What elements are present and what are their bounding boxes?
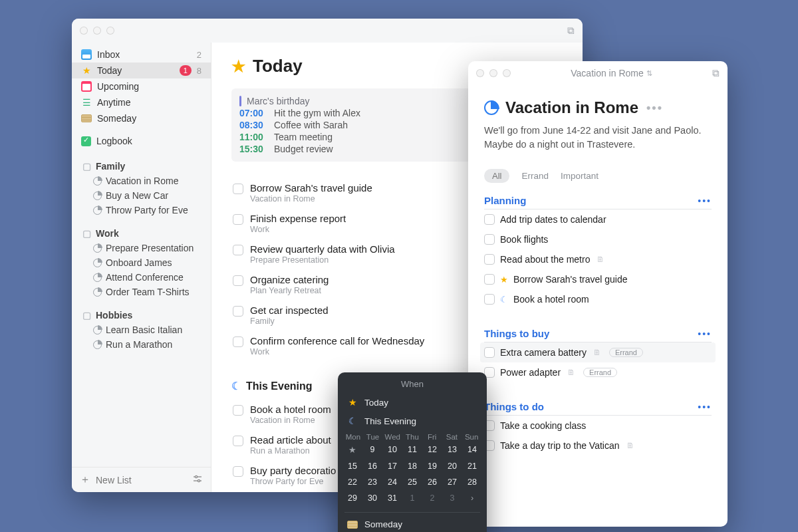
checkbox[interactable] <box>233 184 243 194</box>
sidebar-area-family[interactable]: ▢Family <box>72 154 211 174</box>
sidebar-project[interactable]: Onboard James <box>72 255 211 270</box>
calendar-day[interactable]: 24 <box>383 475 402 489</box>
calendar-day[interactable]: 29 <box>343 491 362 505</box>
new-window-icon[interactable]: ⧉ <box>567 25 575 37</box>
calendar-day[interactable]: 21 <box>463 459 481 473</box>
checkbox[interactable] <box>233 214 243 225</box>
sidebar-area-hobbies[interactable]: ▢Hobbies <box>72 303 211 323</box>
calendar-day[interactable]: 14 <box>463 442 481 458</box>
checkbox[interactable] <box>484 214 495 225</box>
calendar-day[interactable]: 10 <box>383 442 402 458</box>
project-task[interactable]: Book flights <box>484 229 712 249</box>
calendar-day[interactable]: 18 <box>403 459 422 473</box>
sidebar-project[interactable]: Buy a New Car <box>72 188 211 203</box>
sidebar-project[interactable]: Order Team T-Shirts <box>72 285 211 299</box>
plus-icon[interactable]: ＋ <box>80 473 90 487</box>
checkbox[interactable] <box>484 294 495 305</box>
sidebar-area-work[interactable]: ▢Work <box>72 221 211 241</box>
checkbox[interactable] <box>484 254 495 265</box>
project-task[interactable]: Add trip dates to calendar <box>484 209 712 229</box>
calendar-day[interactable]: 25 <box>403 475 422 489</box>
calendar-day[interactable]: 26 <box>423 475 442 489</box>
more-icon[interactable]: ••• <box>646 101 663 115</box>
tag[interactable]: Errand <box>583 368 617 377</box>
section-more-icon[interactable]: ••• <box>698 402 712 412</box>
close-dot[interactable] <box>80 27 88 35</box>
sidebar-item-logbook[interactable]: Logbook <box>72 133 211 149</box>
project-titlebar-title[interactable]: Vacation in Rome ⇅ <box>571 68 652 78</box>
min-dot[interactable] <box>93 27 101 35</box>
checkbox[interactable] <box>233 275 243 286</box>
popover-evening[interactable]: ☾ This Evening <box>338 412 487 430</box>
calendar-day[interactable]: 20 <box>443 459 462 473</box>
calendar-day[interactable]: 28 <box>463 475 481 489</box>
project-task[interactable]: Extra camera battery🗎Errand <box>480 342 716 362</box>
checkbox[interactable] <box>484 274 495 285</box>
sidebar-item-upcoming[interactable]: Upcoming <box>72 78 211 94</box>
min-dot[interactable] <box>489 69 497 77</box>
project-task[interactable]: ☾Book a hotel room <box>484 289 712 309</box>
max-dot[interactable] <box>503 69 511 77</box>
filter-errand[interactable]: Errand <box>521 171 549 181</box>
sidebar-project[interactable]: Throw Party for Eve <box>72 203 211 217</box>
max-dot[interactable] <box>106 27 114 35</box>
checkbox[interactable] <box>233 405 243 416</box>
close-dot[interactable] <box>476 69 484 77</box>
section-more-icon[interactable]: ••• <box>698 329 712 339</box>
checkbox[interactable] <box>484 347 495 358</box>
section-more-icon[interactable]: ••• <box>698 196 712 206</box>
section-name[interactable]: Things to buy <box>484 328 549 339</box>
calendar-day[interactable]: 17 <box>383 459 402 473</box>
sidebar-item-inbox[interactable]: Inbox2 <box>72 47 211 63</box>
calendar-day[interactable]: 22 <box>343 475 362 489</box>
new-list-label[interactable]: New List <box>96 475 187 485</box>
project-task[interactable]: Read about the metro🗎 <box>484 249 712 269</box>
calendar-day[interactable]: 9 <box>363 442 382 458</box>
sidebar-item-someday[interactable]: Someday <box>72 110 211 126</box>
calendar-day[interactable]: ★ <box>343 442 362 458</box>
calendar-day[interactable]: 15 <box>343 459 362 473</box>
section-name[interactable]: Planning <box>484 195 526 206</box>
sidebar-project[interactable]: Learn Basic Italian <box>72 323 211 337</box>
popover-today[interactable]: ★ Today <box>338 393 487 412</box>
progress-pie-icon <box>484 100 499 115</box>
filter-important[interactable]: Important <box>561 171 598 181</box>
project-task[interactable]: Take a day trip to the Vatican🗎 <box>484 436 712 456</box>
calendar-day[interactable]: 27 <box>443 475 462 489</box>
popover-someday[interactable]: Someday <box>338 515 487 532</box>
project-task[interactable]: Take a cooking class <box>484 416 712 436</box>
sidebar-project[interactable]: Vacation in Rome <box>72 174 211 188</box>
checkbox[interactable] <box>233 306 243 317</box>
calendar-day[interactable]: 12 <box>423 442 442 458</box>
calendar-day[interactable]: 11 <box>403 442 422 458</box>
calendar-day[interactable]: 19 <box>423 459 442 473</box>
calendar-day[interactable]: 30 <box>363 491 382 505</box>
calendar-day[interactable]: 1 <box>403 491 422 505</box>
filter-all[interactable]: All <box>484 169 509 183</box>
calendar-day[interactable]: 31 <box>383 491 402 505</box>
checkbox[interactable] <box>484 234 495 245</box>
traffic-lights[interactable] <box>476 69 511 77</box>
sidebar-project[interactable]: Attend Conference <box>72 270 211 285</box>
calendar-day[interactable]: 23 <box>363 475 382 489</box>
calendar-next[interactable]: › <box>463 491 481 505</box>
traffic-lights[interactable] <box>80 27 114 35</box>
tag[interactable]: Errand <box>609 348 643 357</box>
section-name[interactable]: Things to do <box>484 401 544 412</box>
sidebar-project[interactable]: Prepare Presentation <box>72 241 211 255</box>
sidebar-item-anytime[interactable]: ☰Anytime <box>72 94 211 110</box>
sidebar-project[interactable]: Run a Marathon <box>72 337 211 352</box>
checkbox[interactable] <box>233 336 243 347</box>
sidebar-item-today[interactable]: ★Today18 <box>72 63 211 78</box>
checkbox[interactable] <box>233 245 243 255</box>
settings-icon[interactable] <box>192 473 203 486</box>
new-window-icon[interactable]: ⧉ <box>712 67 720 79</box>
calendar-day[interactable]: 16 <box>363 459 382 473</box>
checkbox[interactable] <box>233 436 243 446</box>
project-task[interactable]: Power adapter🗎Errand <box>484 362 712 382</box>
checkbox[interactable] <box>233 466 243 477</box>
project-task[interactable]: ★Borrow Sarah's travel guide <box>484 269 712 289</box>
calendar-day[interactable]: 2 <box>423 491 442 505</box>
calendar-day[interactable]: 13 <box>443 442 462 458</box>
calendar-day[interactable]: 3 <box>443 491 462 505</box>
